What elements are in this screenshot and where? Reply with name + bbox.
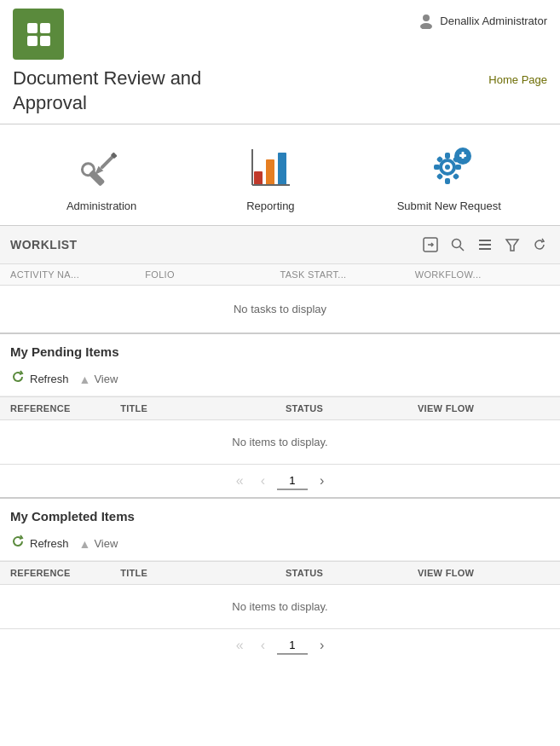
- completed-col-status: STATUS: [286, 568, 418, 578]
- svg-rect-16: [445, 178, 450, 184]
- svg-rect-25: [462, 152, 465, 159]
- completed-empty-message: No items to display.: [0, 585, 560, 628]
- worklist-actions: [420, 234, 550, 255]
- worklist-section: WORKLIST ACTIVITY NA... FOLIO TASK START…: [0, 225, 560, 333]
- worklist-title: WORKLIST: [10, 238, 78, 252]
- pending-refresh-icon: [10, 369, 26, 389]
- pending-refresh-button[interactable]: Refresh: [10, 369, 69, 389]
- svg-point-0: [423, 14, 430, 21]
- home-page-link[interactable]: Home Page: [488, 73, 547, 86]
- col-activity: ACTIVITY NA...: [10, 269, 145, 280]
- pending-pagination: « ‹ ›: [0, 464, 560, 497]
- pending-col-title: TITLE: [120, 403, 286, 413]
- pending-first-page-button[interactable]: «: [231, 471, 249, 490]
- svg-marker-33: [506, 240, 518, 251]
- completed-col-title: TITLE: [120, 568, 286, 578]
- svg-rect-18: [455, 165, 461, 170]
- page-title: Document Review and Approval: [13, 67, 201, 115]
- svg-rect-9: [266, 159, 274, 185]
- user-info: Denallix Administrator: [418, 12, 547, 29]
- export-icon[interactable]: [420, 234, 441, 255]
- col-folio: FOLIO: [145, 269, 280, 280]
- pending-view-label: View: [94, 373, 118, 385]
- admin-label: Administration: [66, 200, 136, 212]
- completed-col-viewflow: VIEW FLOW: [418, 568, 550, 578]
- completed-page-number-input[interactable]: [277, 637, 308, 655]
- worklist-table-header: ACTIVITY NA... FOLIO TASK START... WORKF…: [0, 264, 560, 286]
- completed-view-arrow-icon: ▲: [79, 537, 91, 551]
- svg-rect-32: [479, 248, 491, 250]
- submit-request-label: Submit New Request: [397, 200, 501, 212]
- completed-view-label: View: [94, 537, 118, 550]
- pending-table-header: REFERENCE TITLE STATUS VIEW FLOW: [0, 396, 560, 420]
- nav-reporting[interactable]: Reporting: [228, 142, 313, 212]
- svg-rect-17: [434, 165, 440, 170]
- pending-page-number-input[interactable]: [277, 472, 308, 490]
- pending-next-page-button[interactable]: ›: [315, 471, 329, 490]
- svg-line-29: [460, 247, 465, 252]
- pending-col-viewflow: VIEW FLOW: [418, 403, 550, 413]
- completed-view-button[interactable]: ▲ View: [79, 537, 118, 551]
- pending-col-reference: REFERENCE: [10, 403, 120, 413]
- svg-rect-30: [479, 240, 491, 241]
- nav-submit-new-request[interactable]: Submit New Request: [397, 142, 501, 212]
- app-logo: [13, 9, 64, 60]
- pending-items-section: My Pending Items Refresh ▲ View REFERENC…: [0, 333, 560, 497]
- nav-administration[interactable]: Administration: [59, 142, 144, 212]
- completed-table-header: REFERENCE TITLE STATUS VIEW FLOW: [0, 561, 560, 585]
- pending-refresh-label: Refresh: [30, 373, 69, 385]
- svg-rect-22: [453, 172, 459, 179]
- submit-request-icon: [424, 142, 475, 193]
- list-icon[interactable]: [475, 234, 495, 255]
- svg-point-28: [453, 240, 461, 248]
- svg-rect-31: [479, 244, 491, 246]
- nav-section: Administration Reporting: [0, 133, 560, 225]
- svg-point-14: [445, 165, 450, 170]
- completed-col-reference: REFERENCE: [10, 568, 120, 578]
- col-workflow: WORKFLOW...: [415, 269, 550, 280]
- svg-rect-15: [445, 153, 450, 159]
- completed-refresh-icon: [10, 534, 26, 553]
- pending-toolbar: Refresh ▲ View: [0, 366, 560, 396]
- pending-empty-message: No items to display.: [0, 420, 560, 464]
- completed-toolbar: Refresh ▲ View: [0, 530, 560, 561]
- pending-prev-page-button[interactable]: ‹: [256, 471, 270, 490]
- reporting-icon: [245, 142, 296, 193]
- completed-first-page-button[interactable]: «: [231, 636, 249, 655]
- user-name: Denallix Administrator: [440, 14, 547, 27]
- completed-refresh-button[interactable]: Refresh: [10, 534, 69, 553]
- search-icon[interactable]: [447, 234, 468, 255]
- worklist-empty-message: No tasks to display: [0, 286, 560, 333]
- svg-rect-10: [278, 153, 286, 185]
- svg-rect-8: [254, 171, 263, 185]
- col-task-start: TASK START...: [280, 269, 415, 280]
- pending-section-title: My Pending Items: [0, 334, 560, 366]
- completed-next-page-button[interactable]: ›: [315, 636, 329, 655]
- filter-icon[interactable]: [502, 234, 522, 255]
- reporting-label: Reporting: [246, 200, 294, 212]
- title-area: Document Review and Approval Home Page: [0, 60, 560, 115]
- svg-rect-20: [436, 172, 443, 179]
- completed-items-section: My Completed Items Refresh ▲ View REFERE…: [0, 498, 560, 662]
- admin-icon: [76, 142, 127, 193]
- worklist-header: WORKLIST: [0, 226, 560, 264]
- app-header: Denallix Administrator: [0, 0, 560, 60]
- pending-view-arrow-icon: ▲: [79, 373, 91, 386]
- svg-point-1: [420, 23, 432, 29]
- completed-section-title: My Completed Items: [0, 499, 560, 530]
- pending-view-button[interactable]: ▲ View: [79, 373, 118, 386]
- user-icon: [418, 12, 435, 29]
- completed-refresh-label: Refresh: [30, 537, 69, 550]
- pending-col-status: STATUS: [286, 403, 418, 413]
- refresh-icon[interactable]: [529, 234, 550, 255]
- completed-prev-page-button[interactable]: ‹: [256, 636, 270, 655]
- completed-pagination: « ‹ ›: [0, 628, 560, 662]
